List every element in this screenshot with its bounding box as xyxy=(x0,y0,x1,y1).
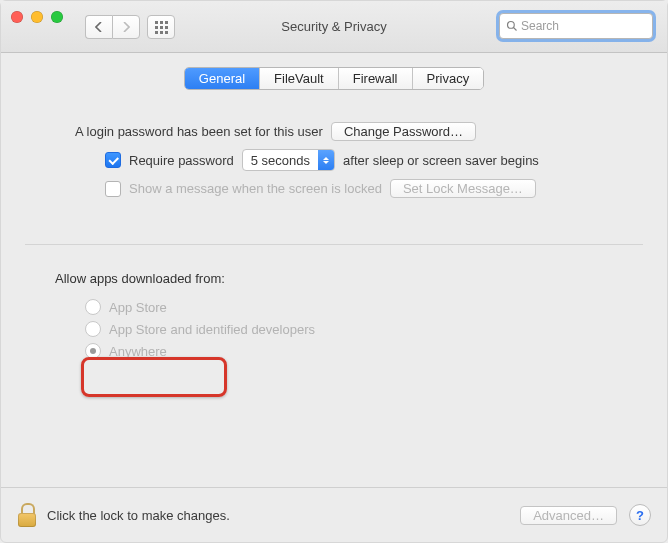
radio-anywhere xyxy=(85,343,101,359)
minimize-button[interactable] xyxy=(31,11,43,23)
show-message-checkbox[interactable] xyxy=(105,181,121,197)
show-message-row: Show a message when the screen is locked… xyxy=(105,179,643,198)
tab-bar: General FileVault Firewall Privacy xyxy=(184,67,484,90)
require-password-label: Require password xyxy=(129,153,234,168)
footer: Click the lock to make changes. Advanced… xyxy=(1,488,667,542)
help-button[interactable]: ? xyxy=(629,504,651,526)
tab-firewall[interactable]: Firewall xyxy=(339,68,413,89)
require-password-delay-value: 5 seconds xyxy=(243,153,318,168)
titlebar: Security & Privacy xyxy=(1,1,667,53)
tab-privacy[interactable]: Privacy xyxy=(413,68,484,89)
tab-filevault[interactable]: FileVault xyxy=(260,68,339,89)
traffic-lights xyxy=(11,11,63,23)
annotation-highlight xyxy=(81,357,227,397)
lock-text: Click the lock to make changes. xyxy=(47,508,230,523)
lock-icon[interactable] xyxy=(17,503,37,527)
grid-icon xyxy=(155,21,168,34)
maximize-button[interactable] xyxy=(51,11,63,23)
general-pane: A login password has been set for this u… xyxy=(1,90,667,198)
require-password-after-text: after sleep or screen saver begins xyxy=(343,153,539,168)
require-password-delay-select[interactable]: 5 seconds xyxy=(242,149,335,171)
require-password-row: Require password 5 seconds after sleep o… xyxy=(105,149,643,171)
require-password-checkbox[interactable] xyxy=(105,152,121,168)
forward-button[interactable] xyxy=(112,15,140,39)
search-input[interactable] xyxy=(521,19,668,33)
nav-back-forward xyxy=(85,15,140,39)
radio-row-anywhere: Anywhere xyxy=(85,340,667,362)
show-all-button[interactable] xyxy=(147,15,175,39)
radio-anywhere-label: Anywhere xyxy=(109,344,167,359)
radio-identified xyxy=(85,321,101,337)
tab-general[interactable]: General xyxy=(185,68,260,89)
chevron-left-icon xyxy=(95,22,103,32)
radio-identified-label: App Store and identified developers xyxy=(109,322,315,337)
show-message-label: Show a message when the screen is locked xyxy=(129,181,382,196)
back-button[interactable] xyxy=(85,15,112,39)
chevron-right-icon xyxy=(122,22,130,32)
login-password-text: A login password has been set for this u… xyxy=(75,124,323,139)
section-divider xyxy=(25,244,643,245)
select-stepper-icon xyxy=(318,150,334,170)
close-button[interactable] xyxy=(11,11,23,23)
svg-line-1 xyxy=(514,28,517,31)
radio-row-app-store: App Store xyxy=(85,296,667,318)
change-password-button[interactable]: Change Password… xyxy=(331,122,476,141)
allow-apps-title: Allow apps downloaded from: xyxy=(55,271,667,286)
radio-row-identified: App Store and identified developers xyxy=(85,318,667,340)
svg-point-0 xyxy=(508,22,515,29)
allow-apps-radio-group: App Store App Store and identified devel… xyxy=(85,296,667,362)
search-icon xyxy=(506,20,518,32)
radio-app-store-label: App Store xyxy=(109,300,167,315)
search-field[interactable] xyxy=(499,13,653,39)
radio-app-store xyxy=(85,299,101,315)
login-password-row: A login password has been set for this u… xyxy=(75,122,643,141)
set-lock-message-button: Set Lock Message… xyxy=(390,179,536,198)
security-privacy-window: Security & Privacy General FileVault Fir… xyxy=(0,0,668,543)
advanced-button[interactable]: Advanced… xyxy=(520,506,617,525)
